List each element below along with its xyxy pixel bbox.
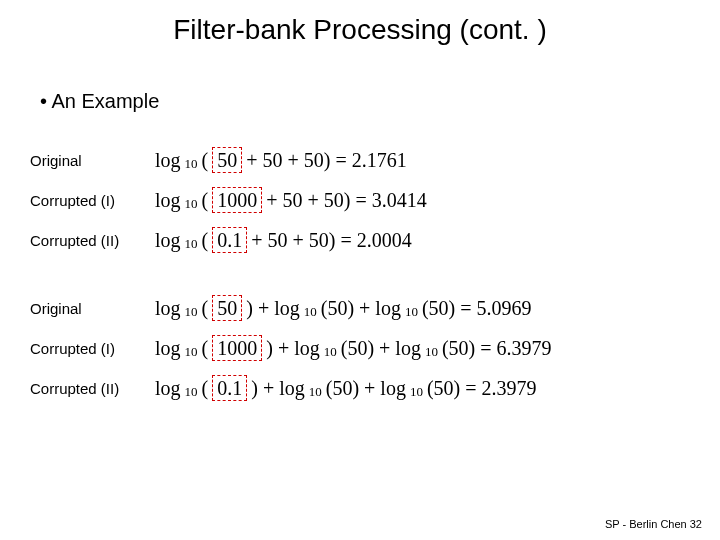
expr-g1-2: log10 (0.1 + 50 + 50) = 2.0004 — [155, 227, 412, 253]
log-text: log — [155, 229, 181, 252]
expr-g1-1: log10 (1000 + 50 + 50) = 3.0414 — [155, 187, 427, 213]
row-g1-corrupted2: Corrupted (II) log10 (0.1 + 50 + 50) = 2… — [30, 220, 690, 260]
open-paren: ( — [202, 229, 209, 252]
label-corrupted1: Corrupted (I) — [30, 192, 155, 209]
rest: + 50 + 50) = 2.1761 — [246, 149, 407, 172]
label-corrupted1: Corrupted (I) — [30, 340, 155, 357]
boxed-value: 50 — [212, 295, 242, 321]
log-sub: 10 — [405, 304, 418, 320]
log-sub: 10 — [324, 344, 337, 360]
row-g2-corrupted1: Corrupted (I) log10 (1000) + log10(50) +… — [30, 328, 690, 368]
log-sub: 10 — [185, 304, 198, 320]
boxed-value: 50 — [212, 147, 242, 173]
mid2: (50) + log — [321, 297, 401, 320]
boxed-value: 0.1 — [212, 227, 247, 253]
open-paren: ( — [202, 149, 209, 172]
mid1: ) + log — [266, 337, 320, 360]
mid2: (50) + log — [326, 377, 406, 400]
log-sub: 10 — [185, 236, 198, 252]
label-original: Original — [30, 152, 155, 169]
boxed-value: 1000 — [212, 187, 262, 213]
mid1: ) + log — [251, 377, 305, 400]
log-text: log — [155, 189, 181, 212]
log-sub: 10 — [309, 384, 322, 400]
log-text: log — [155, 297, 181, 320]
label-original: Original — [30, 300, 155, 317]
slide-title: Filter-bank Processing (cont. ) — [0, 14, 720, 46]
log-sub: 10 — [185, 156, 198, 172]
slide: Filter-bank Processing (cont. ) • An Exa… — [0, 0, 720, 540]
group-gap — [30, 260, 690, 288]
row-g2-corrupted2: Corrupted (II) log10 (0.1) + log10(50) +… — [30, 368, 690, 408]
log-sub: 10 — [304, 304, 317, 320]
mid1: ) + log — [246, 297, 300, 320]
row-g2-original: Original log10 (50) + log10(50) + log10(… — [30, 288, 690, 328]
rest: (50) = 2.3979 — [427, 377, 537, 400]
row-g1-original: Original log10 (50 + 50 + 50) = 2.1761 — [30, 140, 690, 180]
log-sub: 10 — [185, 384, 198, 400]
boxed-value: 0.1 — [212, 375, 247, 401]
label-corrupted2: Corrupted (II) — [30, 380, 155, 397]
log-sub: 10 — [185, 344, 198, 360]
mid2: (50) + log — [341, 337, 421, 360]
rest: + 50 + 50) = 3.0414 — [266, 189, 427, 212]
rest: + 50 + 50) = 2.0004 — [251, 229, 412, 252]
log-text: log — [155, 149, 181, 172]
content-rows: Original log10 (50 + 50 + 50) = 2.1761 C… — [30, 140, 690, 408]
open-paren: ( — [202, 337, 209, 360]
expr-g2-1: log10 (1000) + log10(50) + log10(50) = 6… — [155, 335, 552, 361]
rest: (50) = 6.3979 — [442, 337, 552, 360]
row-g1-corrupted1: Corrupted (I) log10 (1000 + 50 + 50) = 3… — [30, 180, 690, 220]
label-corrupted2: Corrupted (II) — [30, 232, 155, 249]
log-text: log — [155, 377, 181, 400]
bullet-example: • An Example — [40, 90, 159, 113]
slide-footer: SP - Berlin Chen 32 — [605, 518, 702, 530]
boxed-value: 1000 — [212, 335, 262, 361]
log-sub: 10 — [425, 344, 438, 360]
expr-g2-0: log10 (50) + log10(50) + log10(50) = 5.0… — [155, 295, 532, 321]
open-paren: ( — [202, 377, 209, 400]
log-text: log — [155, 337, 181, 360]
log-sub: 10 — [410, 384, 423, 400]
expr-g2-2: log10 (0.1) + log10(50) + log10(50) = 2.… — [155, 375, 537, 401]
expr-g1-0: log10 (50 + 50 + 50) = 2.1761 — [155, 147, 407, 173]
rest: (50) = 5.0969 — [422, 297, 532, 320]
log-sub: 10 — [185, 196, 198, 212]
open-paren: ( — [202, 297, 209, 320]
open-paren: ( — [202, 189, 209, 212]
